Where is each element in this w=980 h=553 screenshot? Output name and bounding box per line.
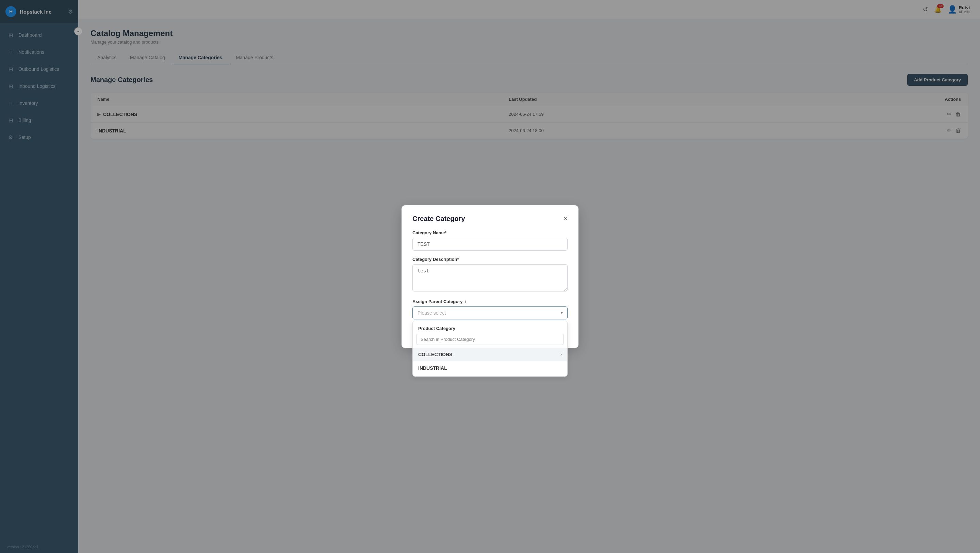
create-category-modal: Create Category × Category Name* Categor…	[401, 206, 579, 348]
select-placeholder: Please select	[417, 310, 446, 316]
category-description-label: Category Description*	[412, 257, 568, 262]
dropdown-item-label: INDUSTRIAL	[418, 365, 447, 371]
category-name-label: Category Name*	[412, 230, 568, 235]
chevron-right-icon: ›	[560, 352, 562, 357]
dropdown-item-industrial[interactable]: INDUSTRIAL	[413, 361, 567, 375]
info-icon: ℹ	[465, 299, 466, 304]
dropdown-header: Product Category	[413, 325, 567, 334]
dropdown-item-collections[interactable]: COLLECTIONS ›	[413, 347, 567, 361]
category-dropdown: Product Category COLLECTIONS › INDUSTRIA…	[412, 321, 568, 377]
category-description-group: Category Description*	[412, 257, 568, 293]
category-description-textarea[interactable]	[412, 264, 568, 292]
assign-parent-group: Assign Parent Category ℹ Please select ▾…	[412, 299, 568, 319]
modal-title: Create Category	[412, 215, 465, 223]
assign-parent-label: Assign Parent Category	[412, 299, 463, 304]
dropdown-item-label: COLLECTIONS	[418, 352, 452, 357]
parent-category-select-wrapper: Please select ▾ Product Category COLLECT…	[412, 306, 568, 319]
category-name-group: Category Name*	[412, 230, 568, 251]
category-name-input[interactable]	[412, 238, 568, 251]
modal-header: Create Category ×	[412, 215, 568, 223]
parent-category-select[interactable]: Please select	[412, 306, 568, 319]
dropdown-search-input[interactable]	[416, 334, 564, 345]
modal-overlay: Create Category × Category Name* Categor…	[0, 0, 980, 553]
modal-close-button[interactable]: ×	[563, 215, 568, 222]
